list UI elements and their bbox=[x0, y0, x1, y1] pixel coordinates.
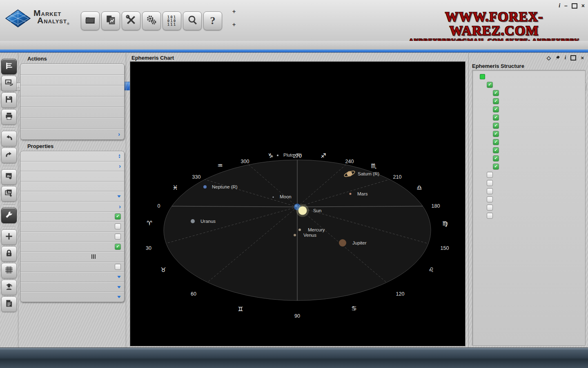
submenu-arrow-icon[interactable]: › bbox=[119, 164, 121, 168]
checkbox-checked[interactable]: ✓ bbox=[115, 244, 121, 250]
checkbox-checked[interactable]: ✓ bbox=[493, 131, 499, 137]
tree-group-luna-nodes[interactable] bbox=[472, 171, 585, 179]
rail-add-button[interactable] bbox=[1, 229, 17, 245]
checkbox-checked[interactable]: ✓ bbox=[493, 106, 499, 112]
property-fixed-points[interactable]: › bbox=[20, 202, 124, 212]
rail-export-images-button[interactable] bbox=[1, 186, 17, 202]
property-aspects[interactable]: › bbox=[20, 162, 124, 172]
tree-planet-uranus[interactable]: ✓ bbox=[472, 146, 585, 154]
rail-chart-struct-button[interactable] bbox=[1, 59, 17, 74]
checkbox-unchecked[interactable] bbox=[115, 233, 121, 240]
checkbox-checked[interactable]: ✓ bbox=[493, 155, 499, 162]
property-real-time-ephemeris[interactable] bbox=[20, 232, 124, 242]
rail-refresh-image-button[interactable] bbox=[1, 76, 17, 91]
ephemeris-chart[interactable]: 0306090120150180210240270300330♈♉♊♋♌♍♎♏♐… bbox=[130, 61, 466, 346]
dropdown-arrow-icon[interactable]: ▼ bbox=[116, 295, 122, 299]
property-coordinate-system[interactable]: ▼ bbox=[20, 292, 124, 302]
property-lock-rotation[interactable] bbox=[20, 222, 124, 232]
rail-undo-button[interactable] bbox=[1, 131, 17, 146]
tree-group-fictitious-bodies[interactable] bbox=[472, 195, 585, 203]
checkbox-unchecked[interactable] bbox=[487, 188, 493, 194]
tree-planet-neptune[interactable]: ✓ bbox=[472, 154, 585, 162]
pin-icon[interactable] bbox=[555, 55, 560, 61]
checkbox-unchecked[interactable] bbox=[487, 172, 493, 178]
property-gmt-offset[interactable]: ▼ bbox=[20, 272, 124, 282]
dropdown-arrow-icon[interactable]: ▼ bbox=[116, 275, 122, 279]
slider-icon[interactable] bbox=[91, 254, 96, 259]
rail-print-button[interactable] bbox=[1, 109, 17, 125]
spinner-control[interactable]: ▲▼ bbox=[118, 154, 121, 159]
tree-planet-sun[interactable]: ✓ bbox=[472, 89, 585, 97]
checkbox-checked[interactable]: ✓ bbox=[493, 90, 499, 96]
submenu-arrow-icon[interactable]: › bbox=[119, 204, 121, 209]
rail-export-image-button[interactable] bbox=[1, 169, 17, 185]
checkbox-checked[interactable]: ✓ bbox=[487, 82, 493, 88]
tree-planet-jupiter[interactable]: ✓ bbox=[472, 130, 585, 138]
window-close-icon[interactable]: × bbox=[581, 2, 585, 9]
checkbox-checked[interactable]: ✓ bbox=[493, 123, 499, 129]
action-clone-chart[interactable] bbox=[20, 64, 124, 75]
tree-date-row[interactable] bbox=[472, 72, 585, 81]
tree-planet-venus[interactable]: ✓ bbox=[472, 113, 585, 121]
property-line-brightness[interactable] bbox=[20, 252, 124, 262]
property-stay-on-top[interactable] bbox=[20, 262, 124, 272]
tree-planet-moon[interactable]: ✓ bbox=[472, 97, 585, 105]
rail-lock-button[interactable] bbox=[1, 246, 17, 262]
collapse-plus-bottom[interactable]: + bbox=[232, 21, 236, 28]
toolbar-file-button[interactable] bbox=[81, 11, 100, 30]
tree-group-major-asteroids[interactable] bbox=[472, 179, 585, 187]
property-longitude-orb[interactable] bbox=[20, 171, 124, 182]
window-info-icon[interactable]: i bbox=[559, 2, 560, 9]
tree-planet-saturn[interactable]: ✓ bbox=[472, 138, 585, 146]
checkbox-checked[interactable]: ✓ bbox=[493, 164, 499, 170]
toolbar-new-button[interactable] bbox=[101, 11, 120, 30]
checkbox-checked[interactable]: ✓ bbox=[493, 98, 499, 104]
property-number-of-rings[interactable]: ▲▼ bbox=[20, 151, 124, 162]
toolbar-help-button[interactable]: ? bbox=[203, 11, 222, 30]
action-save-settings-as-default[interactable] bbox=[20, 118, 124, 129]
tree-planet-mars[interactable]: ✓ bbox=[472, 121, 585, 130]
tree-group-planet-averages[interactable] bbox=[472, 211, 585, 220]
dropdown-arrow-icon[interactable]: ▼ bbox=[116, 285, 122, 289]
rail-training-button[interactable] bbox=[1, 280, 17, 295]
property-latitude-orb[interactable] bbox=[20, 182, 124, 192]
tree-planet-mercury[interactable]: ✓ bbox=[472, 105, 585, 113]
checkbox-unchecked[interactable] bbox=[115, 223, 121, 229]
tree-main-row[interactable]: ✓ bbox=[472, 81, 585, 89]
checkbox-unchecked[interactable] bbox=[487, 204, 493, 211]
dropdown-arrow-icon[interactable]: ▼ bbox=[116, 194, 122, 198]
panel-restore-icon[interactable] bbox=[570, 55, 576, 61]
rail-notes-button[interactable] bbox=[1, 296, 17, 312]
action-save-aspects-to-clipboard[interactable] bbox=[20, 96, 124, 108]
property-date-control-link[interactable]: ✓ bbox=[20, 242, 124, 252]
property-geo-helio-sidereal[interactable]: ▼ bbox=[20, 282, 124, 292]
action-send-to[interactable]: › bbox=[20, 129, 124, 139]
toolbar-tools-button[interactable] bbox=[122, 11, 140, 30]
rail-save-button[interactable] bbox=[1, 92, 17, 108]
checkbox-unchecked[interactable] bbox=[115, 264, 121, 270]
window-minimize-icon[interactable]: – bbox=[564, 2, 568, 9]
action-save-planets-to-clipboard[interactable] bbox=[20, 107, 124, 118]
tree-planet-pluto[interactable]: ✓ bbox=[472, 162, 585, 171]
info-icon[interactable]: i bbox=[565, 54, 566, 61]
tree-group-uranian-planets[interactable] bbox=[472, 187, 585, 195]
date-marker[interactable] bbox=[480, 74, 485, 79]
toolbar-searches-button[interactable] bbox=[183, 11, 202, 30]
checkbox-checked[interactable]: ✓ bbox=[493, 147, 499, 153]
rail-grid-button[interactable] bbox=[1, 263, 17, 278]
property-orbit-style[interactable]: ▼ bbox=[20, 191, 124, 202]
window-restore-icon[interactable] bbox=[572, 3, 577, 9]
collapse-plus-top[interactable]: + bbox=[232, 8, 236, 15]
checkbox-unchecked[interactable] bbox=[487, 180, 493, 186]
checkbox-unchecked[interactable] bbox=[487, 213, 493, 219]
tree-group-fixed-stars[interactable] bbox=[472, 203, 585, 211]
panel-close-icon[interactable]: × bbox=[581, 55, 584, 61]
checkbox-checked[interactable]: ✓ bbox=[493, 114, 499, 121]
action-print-chart[interactable] bbox=[20, 75, 124, 86]
rail-redo-button[interactable] bbox=[1, 148, 17, 163]
aspect-diamond-icon[interactable]: ◇ bbox=[547, 55, 551, 61]
toolbar-settings-button[interactable] bbox=[142, 11, 161, 30]
checkbox-checked[interactable]: ✓ bbox=[493, 139, 499, 145]
property-show-planet-names[interactable]: ✓ bbox=[20, 212, 124, 222]
toolbar-data-button[interactable]: 101010111 bbox=[163, 11, 181, 30]
